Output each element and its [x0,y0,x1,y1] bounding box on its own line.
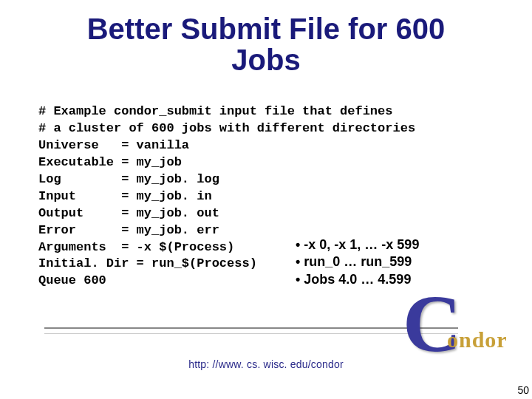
code-line: Arguments = -x $(Process) [38,240,234,254]
bullet-item: -x 0, -x 1, … -x 599 [296,236,419,253]
code-line: Universe = vanilla [38,138,189,152]
code-line: Output = my_job. out [38,206,219,220]
code-line: # a cluster of 600 jobs with different d… [38,121,415,135]
code-line: Executable = my_job [38,155,182,169]
code-line: Queue 600 [38,273,106,287]
code-line: Log = my_job. log [38,172,219,186]
logo-c-letter: C [403,277,461,371]
code-line: # Example condor_submit input file that … [38,104,392,118]
slide-title: Better Submit File for 600 Jobs [0,0,532,75]
code-line: Error = my_job. err [38,223,219,237]
slide: Better Submit File for 600 Jobs # Exampl… [0,0,532,399]
divider [44,327,458,334]
bullet-item: Jobs 4.0 … 4.599 [296,271,419,288]
title-line-1: Better Submit File for 600 [87,13,446,45]
title-line-2: Jobs [231,44,300,76]
code-line: Initial. Dir = run_$(Process) [38,256,257,270]
page-number: 50 [517,384,529,396]
logo-rest-text: ondor [447,327,508,352]
footer-url: http: //www. cs. wisc. edu/condor [0,358,532,370]
code-line: Input = my_job. in [38,189,212,203]
bullet-list: -x 0, -x 1, … -x 599 run_0 … run_599 Job… [296,236,419,288]
bullet-item: run_0 … run_599 [296,253,419,270]
